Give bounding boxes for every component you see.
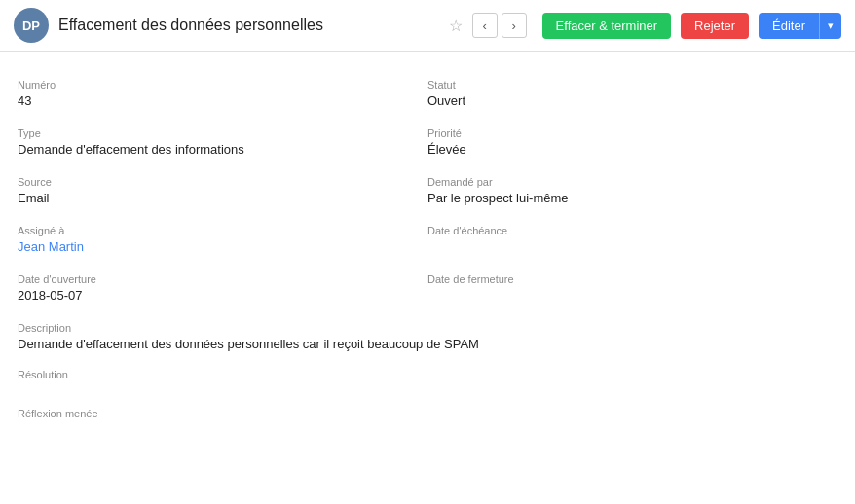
field-numero: Numéro 43 <box>18 69 428 118</box>
source-value: Email <box>18 191 416 205</box>
editer-caret-button[interactable]: ▾ <box>819 13 841 39</box>
field-date-ouverture: Date d'ouverture 2018-05-07 <box>18 264 428 312</box>
date-echeance-label: Date d'échéance <box>428 225 826 236</box>
field-source: Source Email <box>18 166 428 215</box>
prev-button[interactable]: ‹ <box>472 13 498 38</box>
header: DP Effacement des données personnelles ☆… <box>0 0 855 52</box>
numero-value: 43 <box>18 93 416 108</box>
field-date-fermeture: Date de fermeture <box>428 264 837 312</box>
field-date-echeance: Date d'échéance <box>428 215 837 264</box>
date-ouverture-value: 2018-05-07 <box>18 288 416 303</box>
avatar: DP <box>14 8 49 43</box>
assigne-label: Assigné à <box>18 225 416 236</box>
rejeter-button[interactable]: Rejeter <box>681 13 749 39</box>
star-icon[interactable]: ☆ <box>449 17 463 35</box>
type-value: Demande d'effacement des informations <box>18 142 416 157</box>
content-area: Numéro 43 Statut Ouvert Type Demande d'e… <box>0 52 855 448</box>
priorite-value: Élevée <box>428 142 826 157</box>
description-label: Description <box>18 322 837 334</box>
priorite-label: Priorité <box>428 127 826 139</box>
editer-button-group: Éditer ▾ <box>759 13 841 39</box>
editer-button[interactable]: Éditer <box>759 13 819 39</box>
date-fermeture-label: Date de fermeture <box>428 273 826 285</box>
nav-arrows: ‹ › <box>472 13 527 38</box>
field-type: Type Demande d'effacement des informatio… <box>18 118 428 166</box>
page-title: Effacement des données personnelles <box>58 17 433 34</box>
resolution-label: Résolution <box>18 369 837 380</box>
numero-label: Numéro <box>18 79 416 90</box>
field-priorite: Priorité Élevée <box>428 118 837 166</box>
efface-terminer-button[interactable]: Effacer & terminer <box>542 13 672 39</box>
field-resolution: Résolution <box>18 361 837 400</box>
source-label: Source <box>18 176 416 188</box>
date-ouverture-label: Date d'ouverture <box>18 273 416 285</box>
field-reflexion: Réflexion menée <box>18 400 837 430</box>
description-value: Demande d'effacement des données personn… <box>18 337 837 351</box>
next-button[interactable]: › <box>502 13 527 38</box>
demande-par-label: Demandé par <box>428 176 826 188</box>
field-assigne: Assigné à Jean Martin <box>18 215 428 264</box>
demande-par-value: Par le prospect lui-même <box>428 191 826 205</box>
fields-grid: Numéro 43 Statut Ouvert Type Demande d'e… <box>18 69 837 430</box>
field-statut: Statut Ouvert <box>428 69 837 118</box>
field-demande-par: Demandé par Par le prospect lui-même <box>428 166 837 215</box>
reflexion-label: Réflexion menée <box>18 408 837 419</box>
statut-label: Statut <box>428 79 826 90</box>
statut-value: Ouvert <box>428 93 826 108</box>
assigne-value[interactable]: Jean Martin <box>18 239 84 254</box>
type-label: Type <box>18 127 416 139</box>
field-description: Description Demande d'effacement des don… <box>18 312 837 361</box>
